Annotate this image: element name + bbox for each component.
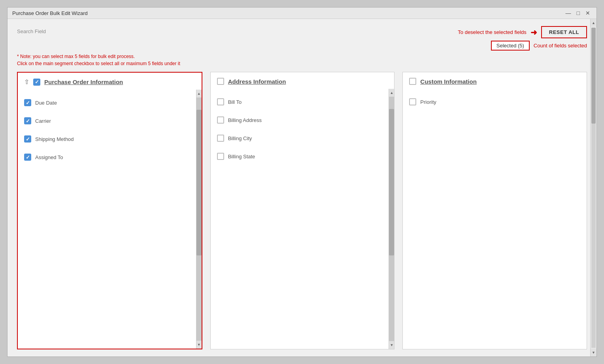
purchase-order-scrollbar[interactable]: ▲ ▼ xyxy=(196,90,202,349)
purchase-order-items: Due Date Carrier Shipping Method As xyxy=(18,90,196,349)
selected-row: Selected (5) Count of fields selected xyxy=(487,41,587,51)
upload-arrow-icon: ⇧ xyxy=(24,78,29,86)
reset-row: To deselect the selected fields ➜ RESET … xyxy=(458,26,587,38)
due-date-checkbox[interactable] xyxy=(24,99,31,106)
window-scrollbar[interactable]: ▲ ▼ xyxy=(590,19,596,356)
shipping-method-checkbox[interactable] xyxy=(24,135,31,143)
list-item: Billing City xyxy=(217,129,383,147)
minimize-button[interactable]: — xyxy=(564,10,573,16)
scroll-track xyxy=(196,98,202,341)
note-line2: Click on the main segment checkbox to se… xyxy=(17,61,587,66)
address-scroll-area: Bill To Billing Address Billing City xyxy=(211,89,394,349)
shipping-method-label: Shipping Method xyxy=(35,136,74,142)
list-item: Due Date xyxy=(24,94,190,112)
count-label: Count of fields selected xyxy=(534,43,587,49)
maximize-button[interactable]: □ xyxy=(575,10,581,16)
custom-scroll-area: Priority xyxy=(403,89,587,349)
custom-items: Priority xyxy=(403,89,587,349)
address-items: Bill To Billing Address Billing City xyxy=(211,89,389,349)
window-scroll-down[interactable]: ▼ xyxy=(591,349,596,356)
billing-state-checkbox[interactable] xyxy=(217,153,224,160)
search-field-label: Search Field xyxy=(17,26,46,34)
columns-area: ⇧ Purchase Order Information Due Date Ca… xyxy=(17,72,587,349)
scroll-down-button[interactable]: ▼ xyxy=(196,341,202,349)
panel-header-purchase-order: ⇧ Purchase Order Information xyxy=(18,73,202,90)
main-window: Purchase Order Bulk Edit Wizard — □ ✕ Se… xyxy=(7,7,597,357)
scroll-down-button[interactable]: ▼ xyxy=(389,341,394,349)
scroll-track xyxy=(389,97,394,341)
panel-header-address: Address Information xyxy=(211,72,394,89)
panel-purchase-order: ⇧ Purchase Order Information Due Date Ca… xyxy=(17,72,202,349)
list-item: Bill To xyxy=(217,93,383,111)
assigned-to-checkbox[interactable] xyxy=(24,154,31,161)
billing-city-label: Billing City xyxy=(228,135,252,141)
deselect-hint: To deselect the selected fields xyxy=(458,29,526,35)
list-item: Priority xyxy=(409,93,580,111)
billing-address-checkbox[interactable] xyxy=(217,116,224,124)
bill-to-checkbox[interactable] xyxy=(217,98,224,105)
top-bar: Search Field To deselect the selected fi… xyxy=(17,26,587,51)
priority-label: Priority xyxy=(420,99,436,105)
address-header-checkbox[interactable] xyxy=(217,78,224,85)
custom-title: Custom Information xyxy=(420,78,477,85)
billing-state-label: Billing State xyxy=(228,154,255,159)
reset-all-button[interactable]: RESET ALL xyxy=(541,26,587,38)
assigned-to-label: Assigned To xyxy=(35,154,63,160)
billing-city-checkbox[interactable] xyxy=(217,135,224,142)
scroll-thumb[interactable] xyxy=(196,110,202,256)
title-bar: Purchase Order Bulk Edit Wizard — □ ✕ xyxy=(8,8,596,19)
list-item: Billing Address xyxy=(217,111,383,129)
purchase-order-scroll-area: Due Date Carrier Shipping Method As xyxy=(18,90,202,349)
address-scrollbar[interactable]: ▲ ▼ xyxy=(389,89,394,349)
arrow-icon: ➜ xyxy=(530,28,537,37)
custom-header-checkbox[interactable] xyxy=(409,78,416,85)
window-scroll-up[interactable]: ▲ xyxy=(591,19,596,27)
window-controls: — □ ✕ xyxy=(564,10,592,16)
scroll-thumb[interactable] xyxy=(389,109,394,255)
note-line1: * Note: you can select max 5 fields for … xyxy=(17,54,587,59)
list-item: Billing State xyxy=(217,147,383,165)
carrier-checkbox[interactable] xyxy=(24,117,31,124)
purchase-order-title: Purchase Order Information xyxy=(44,79,123,85)
scroll-up-button[interactable]: ▲ xyxy=(196,90,202,98)
top-right-area: To deselect the selected fields ➜ RESET … xyxy=(458,26,587,51)
selected-badge: Selected (5) xyxy=(491,41,530,51)
window-scroll-thumb[interactable] xyxy=(591,28,596,124)
panel-custom: Custom Information Priority xyxy=(402,72,587,349)
billing-address-label: Billing Address xyxy=(228,117,262,123)
bill-to-label: Bill To xyxy=(228,99,242,105)
close-button[interactable]: ✕ xyxy=(584,10,592,16)
list-item: Carrier xyxy=(24,112,190,130)
window-title: Purchase Order Bulk Edit Wizard xyxy=(12,10,88,16)
due-date-label: Due Date xyxy=(35,100,57,106)
list-item: Assigned To xyxy=(24,148,190,166)
panel-address: Address Information Bill To Billing Addr… xyxy=(210,72,395,349)
list-item: Shipping Method xyxy=(24,130,190,148)
purchase-order-header-checkbox[interactable] xyxy=(33,79,40,86)
priority-checkbox[interactable] xyxy=(409,98,416,105)
window-scroll-track xyxy=(591,28,596,348)
address-title: Address Information xyxy=(228,78,286,85)
carrier-label: Carrier xyxy=(35,118,51,124)
window-body: Search Field To deselect the selected fi… xyxy=(8,19,596,356)
scroll-up-button[interactable]: ▲ xyxy=(389,89,394,97)
panel-header-custom: Custom Information xyxy=(403,72,587,89)
